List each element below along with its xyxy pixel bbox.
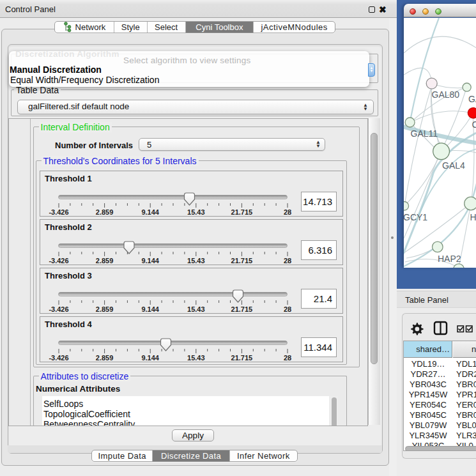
svg-text:GAL4: GAL4 bbox=[442, 160, 465, 171]
svg-text:GA: GA bbox=[468, 94, 476, 104]
svg-text:GCY1: GCY1 bbox=[404, 212, 427, 222]
svg-text:GAL11: GAL11 bbox=[411, 128, 438, 139]
svg-text:C: C bbox=[472, 119, 476, 130]
svg-text:HAP2: HAP2 bbox=[438, 254, 461, 264]
svg-text:GAL80: GAL80 bbox=[432, 89, 460, 100]
svg-text:H: H bbox=[470, 212, 476, 222]
